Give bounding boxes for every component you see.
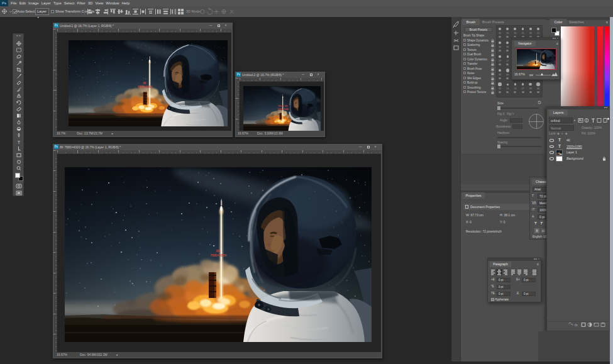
svg-text:T: T (18, 140, 21, 145)
svg-text:fx: fx (575, 323, 578, 327)
